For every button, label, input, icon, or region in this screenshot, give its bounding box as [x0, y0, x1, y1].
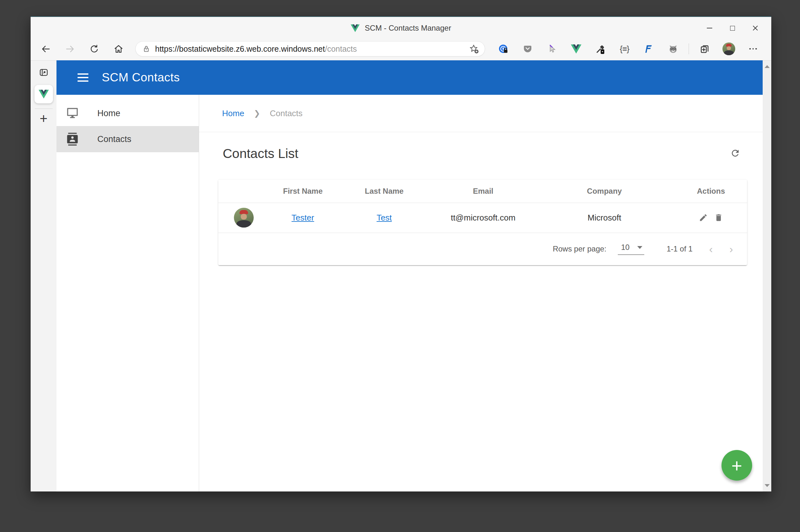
active-tab-vue[interactable]: [35, 85, 53, 103]
password-manager-extension-button[interactable]: [493, 41, 513, 56]
rows-per-page-label: Rows per page:: [553, 245, 606, 253]
company-cell: Microsoft: [534, 203, 674, 233]
favorite-button[interactable]: [469, 44, 479, 54]
browser-window: SCM - Contacts Manager: [31, 16, 771, 492]
col-first-name: First Name: [269, 180, 336, 203]
breadcrumb: Home ❯ Contacts: [199, 95, 763, 132]
add-contact-fab[interactable]: +: [722, 450, 752, 481]
home-button[interactable]: [111, 41, 126, 56]
address-bar[interactable]: https://bostaticwebsite.z6.web.core.wind…: [135, 41, 485, 56]
color-picker-extension-button[interactable]: [590, 41, 610, 56]
toolbar-divider: [689, 43, 689, 54]
breadcrumb-chevron-icon: ❯: [254, 109, 260, 118]
col-avatar: [218, 180, 269, 203]
sidebar-item-label: Contacts: [97, 134, 132, 144]
edit-button[interactable]: [699, 213, 708, 222]
fiddler-extension-button[interactable]: [639, 41, 659, 56]
url-path: /contacts: [325, 44, 357, 53]
eyedropper-icon: [595, 44, 606, 54]
prev-page-button[interactable]: ‹: [709, 244, 712, 254]
tab-favicon-vue-icon: [39, 90, 49, 99]
breadcrumb-home-link[interactable]: Home: [222, 109, 244, 118]
rows-per-page-value: 10: [621, 243, 630, 252]
scroll-down-icon[interactable]: [765, 484, 770, 487]
tab-strip-divider: [35, 109, 53, 109]
first-name-link[interactable]: Tester: [292, 213, 314, 223]
refresh-icon: [730, 148, 740, 158]
window-title-text: SCM - Contacts Manager: [365, 24, 451, 33]
tab-actions-menu-button[interactable]: [39, 68, 49, 77]
title-bar: SCM - Contacts Manager: [31, 17, 771, 39]
cursor-extension-button[interactable]: [542, 41, 561, 56]
refresh-list-button[interactable]: [730, 148, 743, 161]
cursor-arrow-icon: [547, 44, 557, 54]
collections-button[interactable]: [695, 41, 715, 56]
back-icon: [41, 44, 51, 54]
collections-icon: [700, 44, 710, 54]
table-row: Tester Test tt@microsoft.com Microsoft: [218, 203, 747, 233]
app-title: SCM Contacts: [102, 71, 180, 84]
minimize-button[interactable]: [698, 17, 721, 39]
close-icon: [753, 25, 758, 31]
last-name-link[interactable]: Test: [377, 213, 392, 223]
contact-avatar: [234, 208, 254, 228]
window-controls: [698, 17, 767, 39]
nav-divider: [56, 152, 199, 152]
settings-menu-button[interactable]: [743, 41, 763, 56]
dropdown-arrow-icon: [637, 246, 642, 249]
profile-avatar: [722, 42, 735, 55]
contacts-table: First Name Last Name Email Company Actio…: [218, 180, 747, 233]
col-company: Company: [534, 180, 674, 203]
rows-per-page-select[interactable]: 10: [618, 243, 644, 255]
scroll-up-icon[interactable]: [765, 65, 770, 68]
forward-button[interactable]: [62, 41, 77, 56]
pocket-icon: [522, 44, 533, 54]
star-add-icon: [469, 44, 479, 54]
new-tab-button[interactable]: +: [40, 114, 47, 124]
monitor-icon: [66, 107, 79, 120]
maximize-button[interactable]: [721, 17, 744, 39]
pagination-range: 1-1 of 1: [667, 245, 692, 253]
raccoon-extension-button[interactable]: [663, 41, 683, 56]
col-email: Email: [432, 180, 534, 203]
json-viewer-icon: {≡}: [620, 44, 629, 54]
page-title: Contacts List: [223, 146, 747, 161]
vue-devtools-extension-button[interactable]: [566, 41, 586, 56]
vue-favicon-icon: [351, 24, 360, 32]
json-viewer-extension-button[interactable]: {≡}: [615, 41, 634, 56]
more-options-icon: [749, 48, 757, 50]
sidebar-item-home[interactable]: Home: [56, 100, 199, 126]
app-header: SCM Contacts: [56, 60, 763, 95]
col-last-name: Last Name: [336, 180, 432, 203]
page-scrollbar[interactable]: [763, 60, 771, 492]
extensions-row: {≡}: [493, 41, 763, 56]
forward-icon: [65, 44, 75, 54]
col-actions: Actions: [674, 180, 747, 203]
profile-button[interactable]: [719, 41, 739, 56]
table-header-row: First Name Last Name Email Company Actio…: [218, 180, 747, 203]
reload-button[interactable]: [87, 41, 101, 56]
vertical-tab-strip: +: [31, 60, 56, 492]
window-title: SCM - Contacts Manager: [351, 24, 451, 33]
table-pagination: Rows per page: 10 1-1 of 1 ‹ ›: [218, 233, 747, 265]
next-page-button[interactable]: ›: [729, 244, 733, 254]
hamburger-menu-button[interactable]: [78, 73, 89, 82]
pocket-extension-button[interactable]: [518, 41, 537, 56]
reload-icon: [89, 44, 99, 54]
raccoon-icon: [668, 44, 679, 54]
nav-drawer: Home Contacts: [56, 95, 199, 492]
sidebar-item-contacts[interactable]: Contacts: [56, 126, 199, 152]
web-page: SCM Contacts Home: [56, 60, 763, 492]
email-cell: tt@microsoft.com: [432, 203, 534, 233]
delete-button[interactable]: [714, 213, 723, 222]
vue-devtools-icon: [571, 44, 582, 54]
back-button[interactable]: [38, 41, 53, 56]
contacts-table-card: First Name Last Name Email Company Actio…: [218, 180, 747, 265]
lock-icon: [142, 45, 151, 53]
close-button[interactable]: [744, 17, 767, 39]
url-host: https://bostaticwebsite.z6.web.core.wind…: [155, 44, 325, 53]
password-manager-icon: [498, 44, 509, 54]
browser-toolbar: https://bostaticwebsite.z6.web.core.wind…: [31, 39, 771, 60]
sidebar-item-label: Home: [97, 109, 120, 118]
breadcrumb-current: Contacts: [270, 109, 303, 118]
